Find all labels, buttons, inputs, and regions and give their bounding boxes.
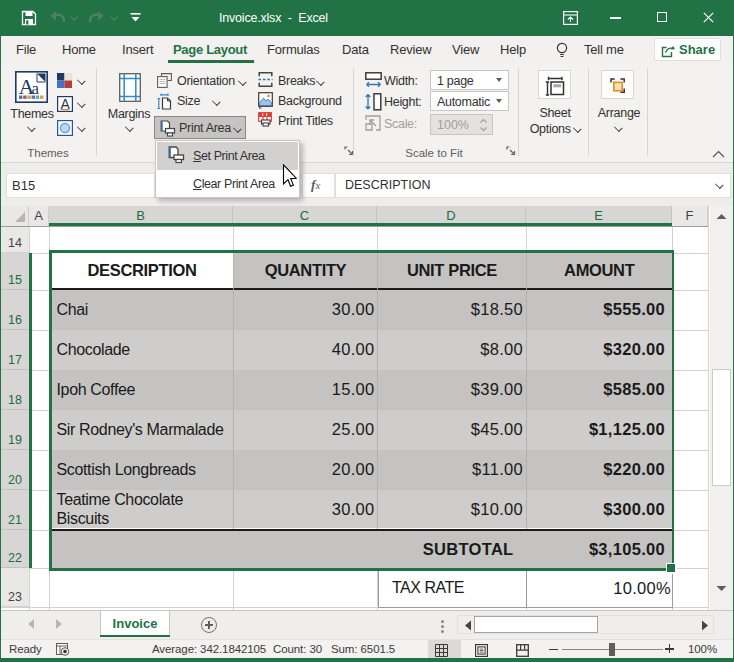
svg-text:a: a: [32, 79, 40, 98]
